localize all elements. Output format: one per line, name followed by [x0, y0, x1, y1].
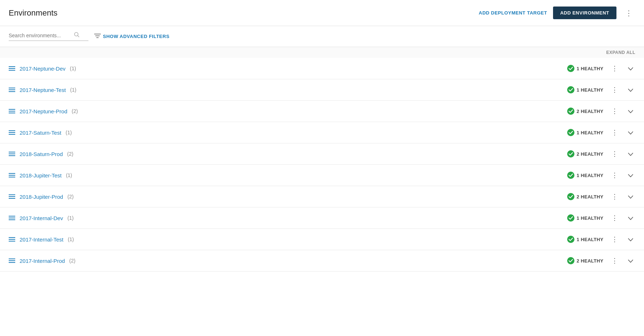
search-input[interactable]: [9, 33, 74, 38]
env-more-button[interactable]: ⋮: [609, 128, 620, 137]
env-more-icon: ⋮: [611, 193, 618, 201]
env-name-link[interactable]: 2017-Internal-Test: [20, 236, 63, 243]
health-icon: [567, 65, 574, 72]
env-drag-icon[interactable]: [9, 259, 15, 263]
env-more-button[interactable]: ⋮: [609, 256, 620, 265]
env-name-link[interactable]: 2018-Saturn-Prod: [20, 151, 63, 157]
env-left-5: 2018-Jupiter-Test (1): [9, 172, 72, 178]
env-name-link[interactable]: 2017-Internal-Dev: [20, 215, 63, 221]
env-left-4: 2018-Saturn-Prod (2): [9, 151, 73, 157]
env-more-button[interactable]: ⋮: [609, 171, 620, 180]
env-expand-button[interactable]: [626, 192, 635, 201]
env-left-7: 2017-Internal-Dev (1): [9, 215, 74, 221]
list-item: 2018-Jupiter-Test (1) 1 HEALTHY ⋮: [0, 165, 644, 186]
health-badge: 2 HEALTHY: [567, 150, 603, 158]
env-left-9: 2017-Internal-Prod (2): [9, 258, 75, 264]
env-expand-button[interactable]: [626, 150, 635, 159]
env-drag-icon[interactable]: [9, 194, 15, 199]
env-name-link[interactable]: 2017-Neptune-Prod: [20, 108, 67, 114]
env-chevron-down-icon: [628, 214, 633, 222]
env-drag-icon[interactable]: [9, 66, 15, 71]
health-count: 2 HEALTHY: [577, 109, 603, 114]
health-icon: [567, 108, 574, 115]
health-badge: 1 HEALTHY: [567, 214, 603, 222]
env-right-6: 2 HEALTHY ⋮: [567, 192, 635, 201]
health-badge: 1 HEALTHY: [567, 65, 603, 72]
env-more-icon: ⋮: [611, 214, 618, 222]
env-expand-button[interactable]: [626, 64, 635, 73]
env-more-icon: ⋮: [611, 171, 618, 179]
env-right-5: 1 HEALTHY ⋮: [567, 171, 635, 180]
env-count: (1): [68, 236, 74, 242]
env-chevron-down-icon: [628, 193, 633, 201]
env-name-link[interactable]: 2018-Jupiter-Test: [20, 172, 62, 178]
health-count: 2 HEALTHY: [577, 194, 603, 200]
env-expand-button[interactable]: [626, 235, 635, 244]
env-more-button[interactable]: ⋮: [609, 192, 620, 201]
add-environment-button[interactable]: ADD ENVIRONMENT: [553, 7, 616, 19]
health-badge: 1 HEALTHY: [567, 236, 603, 243]
env-expand-button[interactable]: [626, 214, 635, 223]
env-drag-icon[interactable]: [9, 216, 15, 220]
health-icon: [567, 86, 574, 93]
env-more-button[interactable]: ⋮: [609, 213, 620, 223]
header-more-icon: ⋮: [625, 9, 632, 17]
env-expand-button[interactable]: [626, 171, 635, 180]
list-item: 2017-Neptune-Dev (1) 1 HEALTHY ⋮: [0, 58, 644, 79]
health-badge: 2 HEALTHY: [567, 108, 603, 115]
expand-all-row: EXPAND ALL: [0, 47, 644, 58]
env-expand-button[interactable]: [626, 85, 635, 94]
list-item: 2017-Internal-Test (1) 1 HEALTHY ⋮: [0, 229, 644, 250]
list-item: 2017-Neptune-Prod (2) 2 HEALTHY ⋮: [0, 101, 644, 122]
health-icon: [567, 172, 574, 179]
env-more-button[interactable]: ⋮: [609, 85, 620, 94]
env-more-button[interactable]: ⋮: [609, 149, 620, 159]
env-drag-icon[interactable]: [9, 152, 15, 156]
health-icon: [567, 129, 574, 136]
expand-all-button[interactable]: EXPAND ALL: [606, 50, 635, 55]
list-item: 2017-Internal-Prod (2) 2 HEALTHY ⋮: [0, 250, 644, 272]
env-left-6: 2018-Jupiter-Prod (2): [9, 194, 74, 200]
env-right-4: 2 HEALTHY ⋮: [567, 149, 635, 159]
env-more-button[interactable]: ⋮: [609, 235, 620, 244]
env-name-link[interactable]: 2017-Neptune-Test: [20, 87, 66, 93]
env-drag-icon[interactable]: [9, 88, 15, 92]
env-more-button[interactable]: ⋮: [609, 64, 620, 73]
env-chevron-down-icon: [628, 257, 633, 265]
env-chevron-down-icon: [628, 129, 633, 136]
health-badge: 1 HEALTHY: [567, 172, 603, 179]
list-item: 2018-Jupiter-Prod (2) 2 HEALTHY ⋮: [0, 186, 644, 207]
env-expand-button[interactable]: [626, 107, 635, 116]
health-count: 1 HEALTHY: [577, 66, 603, 71]
page-title: Environments: [9, 8, 58, 18]
health-count: 1 HEALTHY: [577, 173, 603, 178]
show-advanced-filters-button[interactable]: SHOW ADVANCED FILTERS: [94, 33, 170, 40]
health-count: 1 HEALTHY: [577, 87, 603, 93]
list-item: 2017-Neptune-Test (1) 1 HEALTHY ⋮: [0, 79, 644, 101]
env-count: (1): [66, 172, 72, 178]
env-drag-icon[interactable]: [9, 237, 15, 242]
health-badge: 2 HEALTHY: [567, 193, 603, 200]
toolbar: SHOW ADVANCED FILTERS: [0, 26, 644, 47]
env-more-icon: ⋮: [611, 257, 618, 265]
env-drag-icon[interactable]: [9, 173, 15, 177]
env-drag-icon[interactable]: [9, 130, 15, 135]
list-item: 2017-Saturn-Test (1) 1 HEALTHY ⋮: [0, 122, 644, 143]
env-expand-button[interactable]: [626, 128, 635, 137]
env-right-9: 2 HEALTHY ⋮: [567, 256, 635, 265]
advanced-filters-label: SHOW ADVANCED FILTERS: [103, 34, 170, 39]
health-badge: 2 HEALTHY: [567, 257, 603, 264]
header-more-button[interactable]: ⋮: [622, 7, 635, 19]
env-name-link[interactable]: 2018-Jupiter-Prod: [20, 194, 63, 200]
env-name-link[interactable]: 2017-Saturn-Test: [20, 130, 61, 136]
env-more-icon: ⋮: [611, 86, 618, 94]
env-count: (1): [70, 66, 76, 71]
env-count: (2): [67, 194, 74, 200]
env-name-link[interactable]: 2017-Neptune-Dev: [20, 66, 66, 72]
health-count: 1 HEALTHY: [577, 130, 603, 135]
env-name-link[interactable]: 2017-Internal-Prod: [20, 258, 65, 264]
env-more-button[interactable]: ⋮: [609, 106, 620, 116]
env-expand-button[interactable]: [626, 256, 635, 265]
add-deployment-target-button[interactable]: ADD DEPLOYMENT TARGET: [479, 10, 547, 16]
env-drag-icon[interactable]: [9, 109, 15, 113]
